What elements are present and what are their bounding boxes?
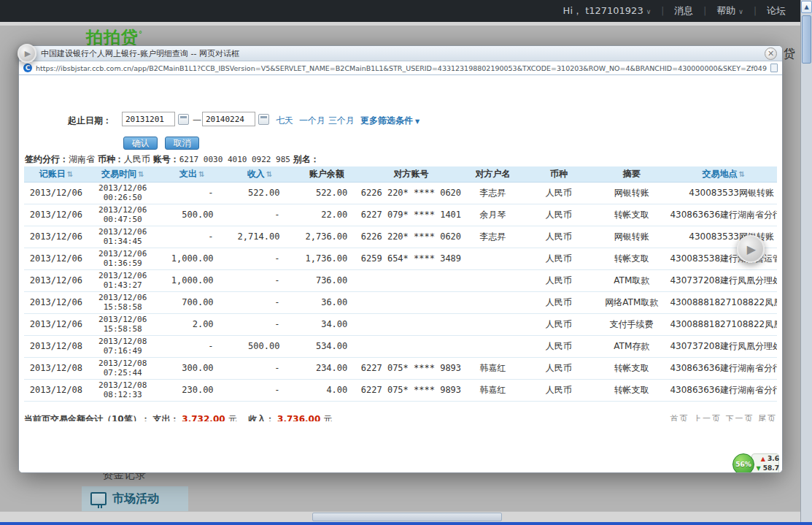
browser-icon: C [23, 64, 32, 72]
cell-1: 2013/12/0601:34:45 [88, 226, 158, 248]
speed-gauge-widget: 56% ▲ 3.6 ▼ 58.7 [732, 452, 779, 473]
topbar-bottom-strip [0, 22, 800, 26]
cell-6: 余月琴 [462, 204, 525, 226]
gauge-download: ▼ 58.7 [754, 464, 779, 472]
range-3months-link[interactable]: 三个月 [328, 115, 355, 127]
cell-1: 2013/12/0601:36:59 [88, 248, 158, 269]
cell-8: 转帐支取 [593, 357, 670, 379]
date-to-input[interactable] [202, 112, 255, 126]
cell-6 [462, 291, 525, 313]
topbar-help-menu[interactable]: 帮助∨ [716, 4, 743, 18]
sidebar-item-market-label: 市场活动 [112, 491, 159, 507]
cell-8: 网银转账 [593, 182, 670, 204]
summary-out-unit: 元 [228, 414, 236, 421]
column-header-9[interactable]: 交易地点⇅ [670, 166, 777, 182]
alias-label: 别名： [293, 154, 320, 164]
cell-4: 534.00 [293, 335, 360, 357]
summary-out-label: 支出： [153, 414, 179, 421]
more-filters-link[interactable]: 更多筛选条件▼ [360, 115, 419, 127]
range-7days-link[interactable]: 七天 [276, 115, 293, 127]
sort-icon: ⇅ [198, 170, 204, 178]
cell-1: 2013/12/0807:25:44 [88, 357, 158, 379]
cell-5: 6227 075* **** 9893 [360, 379, 461, 401]
cell-0: 2013/12/08 [24, 379, 88, 401]
user-greeting: Hi， t127101923 [563, 5, 643, 16]
cell-6: 李志昇 [462, 182, 525, 204]
date-from-input[interactable] [122, 112, 175, 126]
account-info-row: 签约分行：湖南省 币种：人民币 账号：6217 0030 4010 0922 9… [25, 153, 320, 166]
range-1month-link[interactable]: 一个月 [299, 115, 325, 127]
sidebar-item-market[interactable]: 市场活动 [82, 486, 188, 511]
pagination-links[interactable]: 首页 上一页 下一页 尾页 [670, 412, 778, 421]
cell-0: 2013/12/06 [24, 269, 88, 291]
topbar-forum-link[interactable]: 论坛 [767, 4, 786, 18]
date-filter-row: 起止日期： — 七天 一个月 三个月 更多筛选条件▼ [19, 112, 782, 128]
cell-7: 人民币 [524, 379, 593, 401]
cell-7: 人民币 [524, 226, 593, 248]
cancel-button[interactable]: 取消 [165, 137, 199, 150]
cell-4: 4.00 [293, 379, 360, 401]
column-header-6: 对方户名 [462, 166, 525, 182]
branch-value: 湖南省 [69, 154, 95, 164]
arrow-up-icon: ▲ [761, 456, 765, 462]
screen: Hi， t127101923∨ | 消息 | 帮助∨ | 论坛 拍拍贷° 贷 资… [0, 0, 812, 525]
cell-7: 人民币 [524, 313, 593, 335]
cell-4: 2,736.00 [293, 226, 360, 248]
cell-1: 2013/12/0600:26:50 [88, 182, 158, 204]
cell-7: 人民币 [524, 182, 593, 204]
column-header-2[interactable]: 支出⇅ [158, 166, 227, 182]
cell-8: 网络ATM取款 [593, 291, 670, 313]
horizontal-scrollbar-thumb[interactable] [312, 513, 502, 521]
cell-4: 36.00 [293, 291, 360, 313]
cell-7: 人民币 [524, 204, 593, 226]
calendar-icon[interactable] [178, 114, 189, 125]
cell-2: 500.00 [158, 204, 227, 226]
vertical-scrollbar-thumb[interactable] [802, 15, 811, 64]
play-overlay-button[interactable]: ▶ [737, 235, 765, 263]
transactions-table-wrap: 记账日⇅交易时间⇅支出⇅收入⇅账户余额对方账号对方户名币种摘要交易地点⇅ 201… [24, 166, 777, 402]
account-number-label: 账号： [153, 154, 179, 164]
summary-label: 当前页交易金额合计（10笔）： [24, 414, 150, 421]
sort-icon: ⇅ [266, 170, 272, 178]
cell-5 [360, 313, 461, 335]
dialog-url: https://ibsbjstar.ccb.com.cn/app/B2CMain… [36, 64, 767, 72]
site-topbar: Hi， t127101923∨ | 消息 | 帮助∨ | 论坛 [0, 0, 800, 22]
calendar-icon[interactable] [258, 114, 269, 125]
close-icon[interactable]: ✕ [765, 47, 777, 60]
column-header-7: 币种 [524, 166, 593, 182]
user-account-menu[interactable]: Hi， t127101923∨ [563, 4, 651, 18]
cell-6 [462, 248, 525, 269]
table-row: 2013/12/062013/12/0615:58:582.00-34.00人民… [24, 313, 777, 335]
cell-9: 430863636建行湖南省分行营业 [670, 379, 777, 401]
cell-9: 430737208建行凤凰分理处 [670, 335, 777, 357]
cell-8: 网银转账 [593, 226, 670, 248]
table-row: 2013/12/082013/12/0807:25:44300.00-234.0… [24, 357, 777, 379]
transactions-table: 记账日⇅交易时间⇅支出⇅收入⇅账户余额对方账号对方户名币种摘要交易地点⇅ 201… [24, 166, 777, 402]
cell-2: 300.00 [158, 357, 227, 379]
topbar-divider: | [661, 6, 664, 16]
horizontal-scrollbar[interactable] [0, 511, 800, 522]
play-overlay-button[interactable]: ▶ [18, 44, 36, 63]
cell-8: 支付手续费 [593, 313, 670, 335]
column-header-3[interactable]: 收入⇅ [227, 166, 293, 182]
dialog-title: 中国建设银行个人网上银行-账户明细查询 -- 网页对话框 [41, 49, 239, 58]
topbar-messages-link[interactable]: 消息 [674, 4, 693, 18]
date-range-dash: — [193, 115, 201, 125]
summary-in-unit: 元 [323, 414, 332, 421]
cell-7: 人民币 [524, 291, 593, 313]
arrow-down-icon: ▼ [756, 465, 760, 472]
table-row: 2013/12/062013/12/0600:26:50-522.00522.0… [24, 182, 777, 204]
cell-1: 2013/12/0600:47:50 [88, 204, 158, 226]
dialog-body: 起止日期： — 七天 一个月 三个月 更多筛选条件▼ 确认 取消 签约分行：湖南… [19, 75, 782, 472]
column-header-0[interactable]: 记账日⇅ [24, 166, 88, 182]
column-header-1[interactable]: 交易时间⇅ [88, 166, 158, 182]
cell-1: 2013/12/0807:16:49 [88, 335, 158, 357]
table-row: 2013/12/062013/12/0615:58:58700.00-36.00… [24, 291, 777, 313]
vertical-scrollbar[interactable]: ▲ [800, 0, 812, 525]
cell-3: - [227, 313, 293, 335]
cell-9: 430737208建行凤凰分理处 [670, 269, 777, 291]
cell-5 [360, 335, 461, 357]
confirm-button[interactable]: 确认 [123, 137, 158, 150]
cell-0: 2013/12/06 [24, 248, 88, 269]
scroll-up-icon[interactable]: ▲ [801, 1, 812, 13]
